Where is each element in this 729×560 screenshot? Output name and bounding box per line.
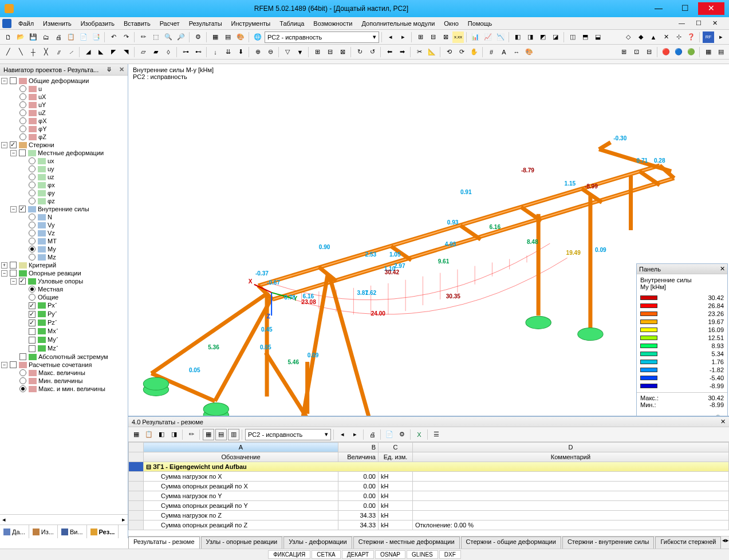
surf1-icon[interactable]: ▱ bbox=[137, 46, 149, 58]
rtab-memglobal[interactable]: Стержни - общие деформации bbox=[461, 537, 561, 549]
line1-icon[interactable]: ╱ bbox=[2, 46, 14, 58]
view-prev[interactable]: ⬅ bbox=[384, 46, 395, 58]
mod2-icon[interactable]: ▸ bbox=[715, 31, 727, 43]
axis-icon[interactable]: ✕ bbox=[660, 31, 672, 43]
rt-prev[interactable]: ◂ bbox=[337, 429, 348, 440]
render5-icon[interactable]: ◫ bbox=[567, 31, 578, 43]
tree-def-φZ[interactable]: φZ bbox=[1, 133, 127, 141]
tree-def-φX[interactable]: φX bbox=[1, 117, 127, 125]
doc-icon[interactable]: 📑 bbox=[90, 31, 102, 43]
rtab-noddef[interactable]: Узлы - деформации bbox=[283, 537, 352, 549]
edit-icon[interactable]: ✏ bbox=[137, 31, 149, 43]
rt-cfg[interactable]: ⚙ bbox=[396, 429, 408, 440]
ref2-icon[interactable]: ↺ bbox=[367, 46, 378, 58]
hing1-icon[interactable]: ⊕ bbox=[252, 46, 263, 58]
rt-new[interactable]: ▦ bbox=[131, 429, 142, 440]
menu-tools[interactable]: Инструменты bbox=[227, 19, 275, 28]
tree-force-MT[interactable]: MT bbox=[1, 237, 127, 245]
render2-icon[interactable]: ◨ bbox=[525, 31, 536, 43]
rtab-memlocal[interactable]: Стержни - местные деформации bbox=[353, 537, 460, 549]
rt-copy[interactable]: 📋 bbox=[143, 429, 155, 440]
sb-glines[interactable]: GLINES bbox=[407, 550, 438, 559]
line4-icon[interactable]: ╳ bbox=[40, 46, 52, 58]
res1-icon[interactable]: 📊 bbox=[470, 31, 481, 43]
next-icon[interactable]: ▸ bbox=[397, 31, 409, 43]
mesh1-icon[interactable]: ⊞ bbox=[312, 46, 323, 58]
tree-nodal-2[interactable]: Pzʼ bbox=[1, 318, 127, 327]
sx3-icon[interactable]: ◤ bbox=[108, 46, 119, 58]
sb-dxf[interactable]: DXF bbox=[439, 550, 461, 559]
filt2-icon[interactable]: ⊡ bbox=[631, 46, 642, 58]
zoomin-icon[interactable]: 🔍 bbox=[163, 31, 174, 43]
hing2-icon[interactable]: ⊖ bbox=[265, 46, 276, 58]
palette-icon[interactable]: 🎨 bbox=[235, 31, 246, 43]
select-icon[interactable]: ⬚ bbox=[150, 31, 161, 43]
copy-icon[interactable]: 📋 bbox=[65, 31, 77, 43]
snap3-icon[interactable]: ▲ bbox=[648, 31, 659, 43]
print-icon[interactable]: 🖨 bbox=[53, 31, 64, 43]
rtab-summary[interactable]: Результаты - резюме bbox=[128, 537, 200, 549]
sb-grid[interactable]: СЕТКА bbox=[312, 550, 341, 559]
tg-lbl[interactable]: A bbox=[498, 46, 510, 58]
result-row[interactable]: Сумма нагрузок по Y0.00kН bbox=[129, 491, 729, 501]
rt-edit[interactable]: ✏ bbox=[186, 429, 197, 440]
tg-col[interactable]: 🎨 bbox=[523, 46, 535, 58]
view3-icon[interactable]: ⊠ bbox=[440, 31, 451, 43]
menu-view[interactable]: Изобразить bbox=[76, 19, 119, 28]
rot2-icon[interactable]: ⟳ bbox=[456, 46, 467, 58]
results-combo[interactable]: PC2 - исправность▾ bbox=[245, 429, 331, 440]
snap2-icon[interactable]: ◆ bbox=[635, 31, 647, 43]
mdi-max[interactable]: ☐ bbox=[691, 18, 706, 27]
menu-insert[interactable]: Вставить bbox=[119, 19, 155, 28]
ex1-icon[interactable]: ▦ bbox=[703, 46, 714, 58]
tab-results[interactable]: Рез... bbox=[87, 525, 119, 538]
close-button[interactable]: ✕ bbox=[698, 2, 724, 15]
link1-icon[interactable]: ⊶ bbox=[180, 46, 191, 58]
menu-edit[interactable]: Изменить bbox=[38, 19, 76, 28]
result-row[interactable]: Сумма опорных реакций по X0.00kН bbox=[129, 482, 729, 491]
legend-panel[interactable]: Панель✕ Внутренние силы My [kНм] 30.4226… bbox=[636, 263, 728, 438]
xxx-icon[interactable]: x.xx bbox=[452, 31, 464, 43]
menu-table[interactable]: Таблица bbox=[275, 19, 309, 28]
tree-local-φy[interactable]: φy bbox=[1, 189, 127, 197]
menu-addons[interactable]: Дополнительные модули bbox=[357, 19, 439, 28]
tree-local-ux[interactable]: ux bbox=[1, 157, 127, 165]
line2-icon[interactable]: ╲ bbox=[15, 46, 26, 58]
menu-results[interactable]: Результаты bbox=[184, 19, 227, 28]
mod1-icon[interactable]: RF bbox=[703, 31, 714, 43]
loads-icon[interactable]: ⬇ bbox=[235, 46, 246, 58]
color3-icon[interactable]: 🟢 bbox=[685, 46, 697, 58]
scroll-right[interactable]: ▸ bbox=[120, 516, 128, 523]
tree-nodal-3[interactable]: Mxʼ bbox=[1, 327, 127, 336]
link2-icon[interactable]: ⊷ bbox=[192, 46, 204, 58]
scroll-left[interactable]: ◂ bbox=[0, 516, 8, 523]
tree-force-Vz[interactable]: Vz bbox=[1, 229, 127, 237]
tree-force-N[interactable]: N bbox=[1, 213, 127, 221]
tree-nodal-5[interactable]: Mzʼ bbox=[1, 344, 127, 353]
render1-icon[interactable]: ◧ bbox=[512, 31, 523, 43]
tree-force-Mz[interactable]: Mz bbox=[1, 253, 127, 261]
help-icon[interactable]: ❓ bbox=[685, 31, 697, 43]
rt-1[interactable]: ◧ bbox=[156, 429, 167, 440]
tree-local-φz[interactable]: φz bbox=[1, 197, 127, 205]
rt-excel[interactable]: X bbox=[413, 429, 425, 440]
sup2-icon[interactable]: ▼ bbox=[294, 46, 306, 58]
paste-icon[interactable]: 📄 bbox=[78, 31, 89, 43]
sidebar-pin-icon[interactable]: ⤋ bbox=[107, 66, 112, 73]
tree-def-uY[interactable]: uY bbox=[1, 101, 127, 109]
new-icon[interactable]: 🗋 bbox=[2, 31, 14, 43]
render6-icon[interactable]: ⬒ bbox=[580, 31, 591, 43]
sb-fixation[interactable]: ФИКСАЦИЯ bbox=[268, 550, 310, 559]
sb-cart[interactable]: ДЕКАРТ bbox=[342, 550, 374, 559]
surf2-icon[interactable]: ▰ bbox=[150, 46, 161, 58]
tbl1-icon[interactable]: ▦ bbox=[210, 31, 221, 43]
pan-icon[interactable]: ✋ bbox=[468, 46, 480, 58]
redo-icon[interactable]: ↷ bbox=[120, 31, 132, 43]
rt-col2[interactable]: ▤ bbox=[215, 429, 227, 440]
render7-icon[interactable]: ⬓ bbox=[592, 31, 604, 43]
sx1-icon[interactable]: ◢ bbox=[82, 46, 94, 58]
rot1-icon[interactable]: ⟲ bbox=[443, 46, 455, 58]
rtab-slender[interactable]: Гибкости стержней bbox=[655, 537, 721, 549]
tree-local-uy[interactable]: uy bbox=[1, 165, 127, 173]
menu-window[interactable]: Окно bbox=[439, 19, 463, 28]
